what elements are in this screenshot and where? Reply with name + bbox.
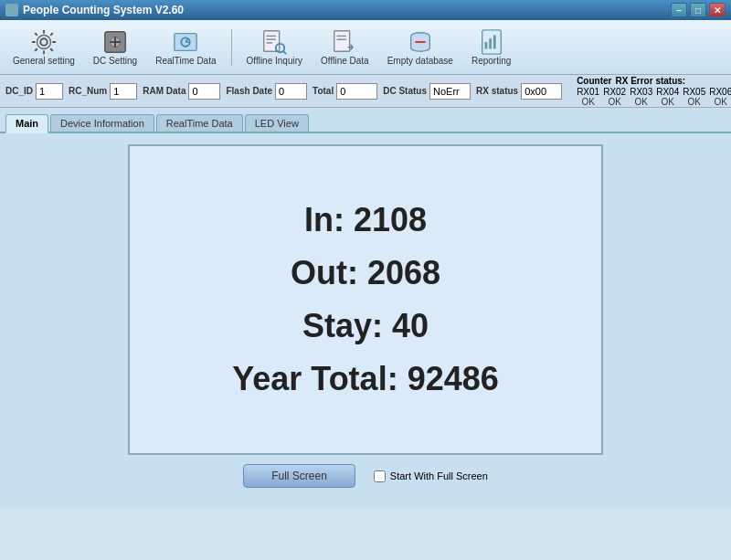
out-label: Out: (291, 254, 358, 291)
rx06-col: RX06 OK (709, 87, 731, 107)
rx01-name: RX01 (577, 87, 599, 97)
rx-error-label: RX Error status: (615, 76, 685, 86)
general-setting-label: General setting (13, 56, 75, 66)
tab-device-information[interactable]: Device Information (50, 114, 154, 132)
rx05-col: RX05 OK (683, 87, 705, 107)
stay-row: Stay: 40 (148, 307, 583, 345)
counter-rx-group: Counter RX Error status: RX01 OK RX02 OK… (577, 76, 731, 107)
offdata-icon (331, 28, 358, 56)
report-icon (478, 28, 505, 56)
svg-rect-22 (493, 36, 495, 49)
offline-data-label: Offline Data (321, 56, 369, 66)
inquiry-icon (260, 28, 288, 56)
empty-database-label: Empty database (387, 56, 453, 66)
rc-num-field: RC_Num (69, 83, 137, 100)
bottom-bar: Full Screen Start With Full Screen (15, 455, 716, 497)
tab-bar: Main Device Information RealTime Data LE… (0, 108, 731, 133)
flash-date-field: Flash Date (226, 83, 307, 100)
ram-data-field: RAM Data (143, 83, 220, 100)
year-total-value: 92486 (408, 360, 499, 397)
rx-status-input[interactable] (521, 83, 562, 100)
rx03-col: RX03 OK (630, 87, 652, 107)
app-title: People Counting System V2.60 (23, 4, 184, 16)
in-value: 2108 (354, 201, 427, 238)
start-fullscreen-checkbox[interactable] (374, 470, 386, 482)
reporting-label: Reporting (471, 56, 511, 66)
status-bar: DC_ID RC_Num RAM Data Flash Date Total D… (0, 75, 731, 108)
flash-date-label: Flash Date (226, 86, 272, 96)
display-box: In: 2108 Out: 2068 Stay: 40 Year Total: … (128, 144, 603, 455)
svg-line-13 (284, 51, 287, 54)
total-label: Total (313, 86, 334, 96)
dc-status-input[interactable] (429, 83, 471, 100)
rc-num-input[interactable] (110, 83, 137, 100)
counter-label: Counter (577, 76, 611, 86)
rx02-name: RX02 (603, 87, 626, 97)
tab-main[interactable]: Main (5, 114, 48, 133)
toolbar-separator-1 (231, 29, 232, 66)
window-controls: – □ ✕ (671, 3, 726, 17)
rx06-status: OK (715, 97, 727, 107)
toolbar-dc-setting[interactable]: DC Setting (88, 26, 143, 68)
in-row: In: 2108 (148, 201, 583, 239)
gear-icon (30, 28, 58, 56)
rx-status-field: RX status (476, 83, 562, 100)
rx06-name: RX06 (709, 87, 731, 97)
svg-point-1 (37, 36, 50, 49)
tab-led-view[interactable]: LED View (245, 114, 309, 132)
rx05-status: OK (687, 97, 700, 107)
dc-status-field: DC Status (383, 83, 471, 100)
fullscreen-button[interactable]: Full Screen (243, 464, 355, 488)
realtime-icon (172, 28, 199, 56)
svg-rect-20 (484, 42, 487, 49)
rx-status-label: RX status (476, 86, 518, 96)
emptydb-icon (407, 28, 434, 56)
ram-data-label: RAM Data (143, 86, 185, 96)
total-input[interactable] (336, 83, 377, 100)
rx01-status: OK (581, 97, 594, 107)
close-button[interactable]: ✕ (709, 3, 726, 17)
rx05-name: RX05 (683, 87, 705, 97)
rx03-status: OK (634, 97, 647, 107)
year-total-label: Year Total: (232, 360, 397, 397)
in-label: In: (304, 201, 344, 238)
title-bar: People Counting System V2.60 – □ ✕ (0, 0, 731, 20)
toolbar: General setting DC Setting RealTime Data… (0, 20, 731, 75)
dc-icon (101, 28, 129, 56)
total-field: Total (313, 83, 377, 100)
dc-id-field: DC_ID (5, 83, 63, 100)
out-row: Out: 2068 (148, 254, 583, 292)
rc-num-label: RC_Num (69, 86, 107, 96)
svg-rect-21 (489, 38, 492, 48)
svg-point-0 (40, 38, 48, 46)
toolbar-offline-data[interactable]: Offline Data (315, 26, 375, 68)
dc-status-label: DC Status (383, 86, 427, 96)
start-fullscreen-label: Start With Full Screen (390, 470, 488, 481)
toolbar-offline-inquiry[interactable]: Offline Inquiry (241, 26, 309, 68)
rx04-col: RX04 OK (656, 87, 679, 107)
year-total-row: Year Total: 92486 (148, 360, 583, 398)
rx04-status: OK (661, 97, 673, 107)
rx04-name: RX04 (656, 87, 679, 97)
out-value: 2068 (367, 254, 440, 291)
toolbar-general-setting[interactable]: General setting (7, 26, 80, 68)
rx03-name: RX03 (630, 87, 652, 97)
dc-id-input[interactable] (36, 83, 63, 100)
realtime-data-label: RealTime Data (155, 56, 216, 66)
maximize-button[interactable]: □ (690, 3, 706, 17)
flash-date-input[interactable] (275, 83, 307, 100)
svg-rect-8 (264, 31, 280, 52)
app-icon (5, 4, 18, 16)
offline-inquiry-label: Offline Inquiry (247, 56, 303, 66)
stay-label: Stay: (302, 307, 383, 344)
tab-realtime-data[interactable]: RealTime Data (156, 114, 243, 132)
ram-data-input[interactable] (188, 83, 220, 100)
rx-header-row: Counter RX Error status: (577, 76, 731, 86)
toolbar-realtime-data[interactable]: RealTime Data (150, 26, 221, 68)
minimize-button[interactable]: – (671, 3, 687, 17)
svg-rect-14 (334, 31, 350, 52)
rx01-col: RX01 OK (577, 87, 599, 107)
rx02-col: RX02 OK (603, 87, 626, 107)
toolbar-empty-database[interactable]: Empty database (382, 26, 459, 68)
toolbar-reporting[interactable]: Reporting (466, 26, 516, 68)
